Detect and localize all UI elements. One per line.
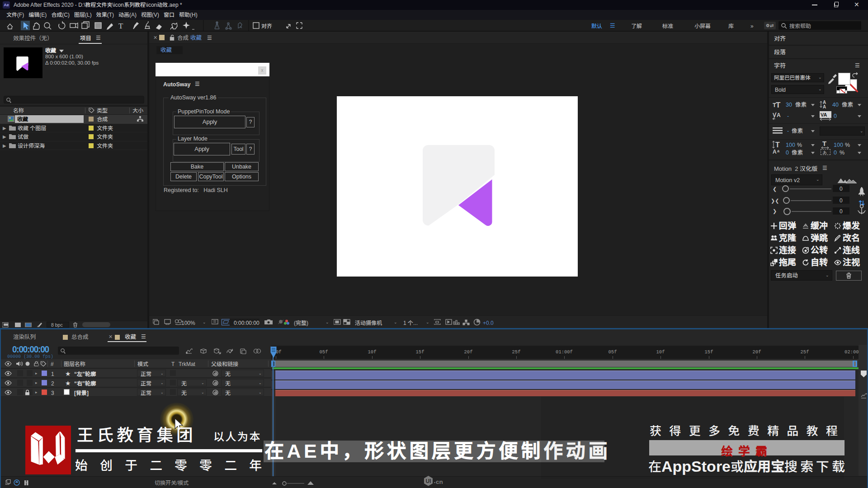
svg-text:A: A <box>823 104 826 109</box>
svg-text:cn: cn <box>436 479 443 485</box>
svg-text:T: T <box>775 141 780 149</box>
svg-text:a: a <box>777 149 780 153</box>
svg-text:A: A <box>777 112 781 118</box>
svg-text:T: T <box>118 22 123 30</box>
svg-text:UI: UI <box>426 478 431 484</box>
svg-text:T: T <box>822 140 826 147</box>
svg-text:A: A <box>773 149 777 155</box>
svg-text:T: T <box>776 101 781 108</box>
